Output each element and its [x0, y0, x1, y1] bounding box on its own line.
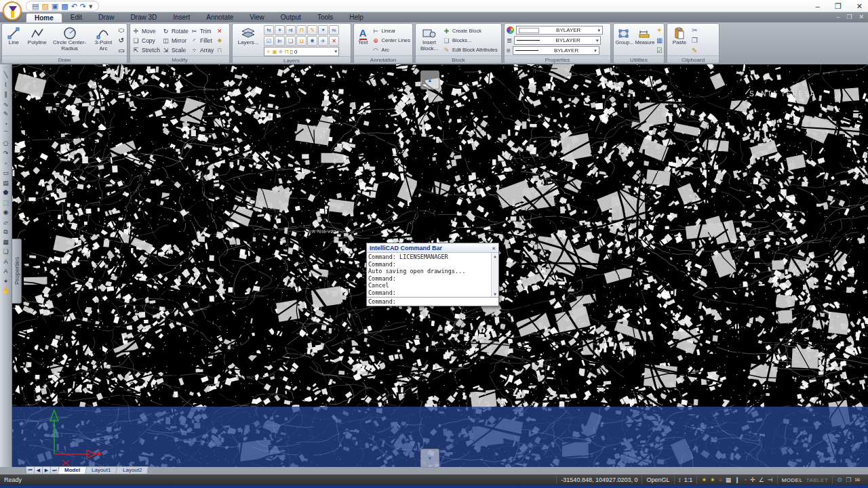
left-tool-icon[interactable]: ∥ [1, 89, 11, 100]
modify-button[interactable]: ✛Move [132, 26, 160, 35]
scroll-up-arrow-icon[interactable]: ▲ [494, 253, 496, 258]
layer-tool-button[interactable]: ❏ [285, 36, 296, 46]
annotation-button[interactable]: ◠Arc [372, 45, 410, 54]
tab-nav-button[interactable]: ⏮ [26, 467, 35, 474]
linetype-dropdown[interactable]: BYLAYER ▾ [513, 46, 599, 55]
ribbon-tab[interactable]: Tools [309, 13, 341, 22]
ribbon-tab[interactable]: Annotate [198, 13, 241, 22]
mdi-restore-button[interactable]: ❐ [846, 14, 852, 20]
left-tool-icon[interactable]: ⌇ [1, 80, 11, 90]
left-tool-icon[interactable]: ⌒ [1, 129, 11, 139]
minimize-button[interactable]: – [816, 2, 820, 10]
restore-button[interactable]: ❐ [835, 2, 842, 11]
tab-nav-button[interactable]: ◀ [35, 467, 43, 474]
close-button[interactable]: ✕ [856, 2, 863, 11]
annotation-panel-label[interactable]: Annotation [354, 56, 412, 63]
quick-access-icon[interactable]: ▤ [32, 3, 39, 10]
left-tool-icon[interactable]: ╲ [1, 70, 11, 80]
status-toggle-icon[interactable]: ◔ [743, 476, 747, 484]
layer-tool-button[interactable]: ✈ [318, 36, 328, 46]
properties-panel-label[interactable]: Properties [505, 56, 610, 63]
mdi-close-button[interactable]: ✕ [859, 14, 864, 20]
command-input[interactable]: Command: [367, 297, 498, 306]
scroll-up-widget[interactable]: ▲ [420, 70, 439, 89]
text-button[interactable]: A Text [356, 25, 370, 56]
polyline-button[interactable]: Polyline [26, 25, 49, 56]
utility-tool-icon[interactable]: ▦ [656, 36, 663, 45]
measure-button[interactable]: Measure [635, 25, 654, 56]
ribbon-tab[interactable]: Help [341, 13, 372, 22]
block-panel-label[interactable]: Block [416, 56, 501, 63]
layers-panel-label[interactable]: Layers [233, 56, 351, 64]
modify-panel-label[interactable]: Modify [130, 56, 229, 63]
layer-tool-button[interactable]: ✕ [329, 36, 339, 46]
annotation-button[interactable]: ⊕Center Lines [372, 36, 410, 45]
clipboard-tool-icon[interactable]: ✎ [692, 46, 698, 55]
modify-tool-button[interactable]: ✸ [216, 36, 223, 45]
insert-block-button[interactable]: Insert Block... [418, 25, 441, 56]
left-tool-icon[interactable]: ▭ [1, 168, 11, 178]
draw-side-tool-icon[interactable]: ⬭ [119, 26, 125, 35]
status-toggle-icon[interactable]: ∠ [759, 476, 764, 484]
model-space-button[interactable]: MODEL [782, 477, 803, 483]
quick-access-icon[interactable]: ↷ [80, 3, 86, 10]
modify-button[interactable]: ↻Rotate [162, 26, 189, 35]
left-tool-icon[interactable]: ▱ [1, 218, 11, 228]
mdi-minimize-button[interactable]: – [836, 14, 840, 20]
three-point-arc-button[interactable]: 3-Point Arc [90, 25, 116, 56]
left-tool-icon[interactable]: ❏ [1, 247, 11, 257]
color-dropdown[interactable]: BYLAYER ▾ [516, 26, 603, 35]
status-toggle-icon[interactable]: ⊣ [768, 476, 773, 484]
modify-button[interactable]: ❏Copy [132, 36, 160, 45]
clipboard-panel-label[interactable]: Clipboard [667, 56, 719, 63]
sheet-tab[interactable]: Layout2 [117, 467, 149, 474]
modify-tool-button[interactable]: ⊓ [216, 45, 223, 54]
ribbon-tab[interactable]: View [241, 13, 273, 22]
ribbon-tab[interactable]: Output [273, 13, 309, 22]
left-tool-icon[interactable]: ◔ [1, 119, 11, 129]
tab-nav-button[interactable]: ▶ [43, 467, 51, 474]
paste-button[interactable]: Paste [669, 25, 690, 56]
layer-tool-button[interactable]: ⇇ [275, 36, 285, 46]
modify-button[interactable]: ⇱Stretch [132, 45, 160, 54]
modify-button[interactable]: ◜Fillet [191, 36, 214, 45]
left-tool-icon[interactable]: ⧉ [1, 227, 11, 237]
properties-palette-tab[interactable]: Properties [12, 239, 22, 304]
ribbon-tab[interactable]: Draw [90, 13, 122, 22]
layer-tool-button[interactable]: ⇉ [285, 25, 296, 35]
status-toggle-icon[interactable]: ✶ [701, 476, 707, 484]
layer-dropdown[interactable]: ☀▣❄⊓▯ 0 ▾ [264, 47, 339, 56]
layer-tool-button[interactable]: ⊔ [296, 36, 307, 46]
left-tool-icon[interactable]: ⬚ [1, 198, 11, 208]
status-toggle-icon[interactable]: ✛ [750, 476, 755, 484]
layer-tool-button[interactable]: ⇋ [329, 25, 339, 35]
utility-tool-icon[interactable]: ✦ [656, 26, 663, 35]
left-tool-icon[interactable]: ▤ [1, 178, 11, 188]
left-tool-icon[interactable]: ▦ [1, 237, 11, 247]
layer-tool-button[interactable]: ✎ [307, 25, 317, 35]
left-tool-icon[interactable]: ⬠ [1, 139, 11, 149]
quick-access-icon[interactable]: ▩ [61, 3, 68, 10]
status-right-icon[interactable]: ✉ [854, 476, 860, 484]
quick-access-icon[interactable]: ↶ [71, 3, 77, 10]
layer-tool-button[interactable]: ✶ [318, 25, 328, 35]
ribbon-tab[interactable]: Insert [165, 13, 198, 22]
block-button[interactable]: ✎Edit Block Attributes [443, 45, 498, 54]
tablet-button[interactable]: TABLET [806, 477, 829, 483]
status-right-icon[interactable]: ❐ [846, 476, 851, 484]
status-toggle-icon[interactable]: ❙ [734, 476, 740, 484]
quick-access-icon[interactable]: ▨ [41, 3, 48, 10]
left-tool-icon[interactable]: ∿ [1, 100, 11, 110]
annotation-button[interactable]: ⊢Linear [372, 26, 410, 35]
status-toggle-icon[interactable]: ▦ [726, 476, 732, 484]
draw-panel-label[interactable]: Draw [2, 56, 127, 63]
utility-tool-icon[interactable]: ☑ [656, 46, 663, 55]
modify-button[interactable]: ✂Trim [191, 26, 214, 35]
scroll-down-arrow-icon[interactable]: ▼ [494, 291, 496, 296]
renderer-indicator[interactable]: OpenGL [642, 476, 673, 484]
draw-side-tool-icon[interactable]: ▭ [119, 46, 125, 55]
left-tool-icon[interactable]: ↷ [1, 148, 11, 159]
sheet-tab[interactable]: Layout1 [85, 467, 118, 474]
clipboard-tool-icon[interactable]: ❐ [692, 36, 698, 45]
left-tool-icon[interactable]: A [1, 266, 11, 277]
